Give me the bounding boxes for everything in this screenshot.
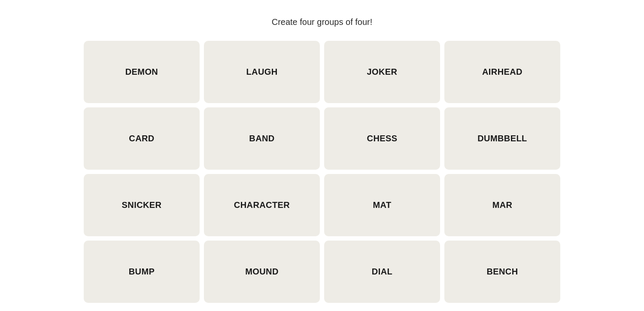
tile-mound[interactable]: MOUND <box>204 241 320 303</box>
tile-laugh[interactable]: LAUGH <box>204 41 320 103</box>
tile-mat[interactable]: MAT <box>324 174 440 236</box>
tile-label-mar: MAR <box>492 200 513 210</box>
tile-demon[interactable]: DEMON <box>84 41 200 103</box>
tile-snicker[interactable]: SNICKER <box>84 174 200 236</box>
tile-dumbbell[interactable]: DUMBBELL <box>444 107 560 170</box>
tile-label-snicker: SNICKER <box>122 200 162 210</box>
word-grid: DEMONLAUGHJOKERAIRHEADCARDBANDCHESSDUMBB… <box>84 41 560 303</box>
tile-label-mound: MOUND <box>245 267 279 277</box>
tile-card[interactable]: CARD <box>84 107 200 170</box>
tile-label-demon: DEMON <box>125 67 158 77</box>
tile-label-character: CHARACTER <box>234 200 290 210</box>
tile-bump[interactable]: BUMP <box>84 241 200 303</box>
tile-joker[interactable]: JOKER <box>324 41 440 103</box>
tile-label-chess: CHESS <box>367 134 398 143</box>
tile-character[interactable]: CHARACTER <box>204 174 320 236</box>
tile-label-dial: DIAL <box>372 267 392 277</box>
tile-label-laugh: LAUGH <box>246 67 277 77</box>
tile-label-bump: BUMP <box>129 267 155 277</box>
tile-mar[interactable]: MAR <box>444 174 560 236</box>
tile-label-dumbbell: DUMBBELL <box>477 134 527 143</box>
tile-dial[interactable]: DIAL <box>324 241 440 303</box>
tile-label-mat: MAT <box>373 200 391 210</box>
tile-label-card: CARD <box>129 134 154 143</box>
tile-chess[interactable]: CHESS <box>324 107 440 170</box>
tile-bench[interactable]: BENCH <box>444 241 560 303</box>
tile-label-bench: BENCH <box>486 267 518 277</box>
tile-airhead[interactable]: AIRHEAD <box>444 41 560 103</box>
tile-label-joker: JOKER <box>367 67 398 77</box>
page-subtitle: Create four groups of four! <box>272 17 373 27</box>
tile-label-airhead: AIRHEAD <box>482 67 522 77</box>
tile-band[interactable]: BAND <box>204 107 320 170</box>
tile-label-band: BAND <box>249 134 274 143</box>
